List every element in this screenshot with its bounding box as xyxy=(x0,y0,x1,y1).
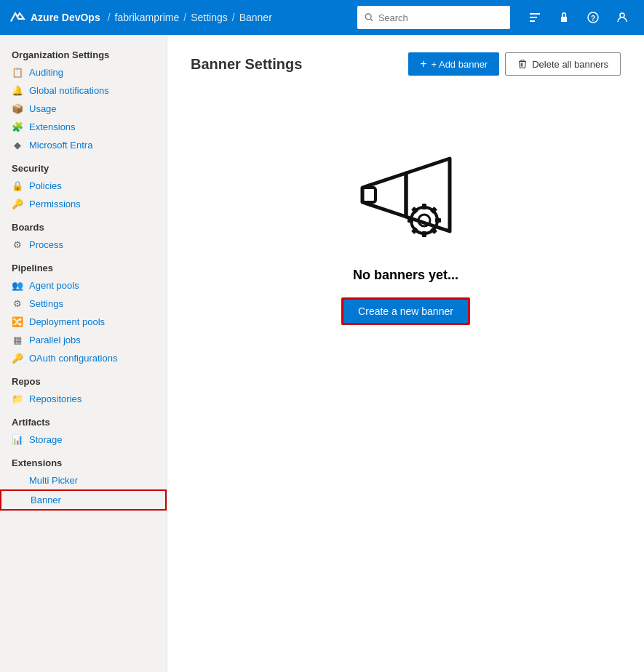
delete-all-banners-button[interactable]: Delete all banners xyxy=(505,52,621,76)
svg-rect-13 xyxy=(422,204,426,209)
svg-rect-2 xyxy=(530,13,540,15)
sidebar-item-extensions[interactable]: 🧩 Extensions xyxy=(0,118,167,136)
settings-icon: ⚙ xyxy=(12,298,23,309)
sidebar-item-policies[interactable]: 🔒 Policies xyxy=(0,177,167,195)
sidebar-item-deployment-pools[interactable]: 🔀 Deployment pools xyxy=(0,313,167,331)
main-header: Banner Settings + + Add banner Delete al… xyxy=(191,52,621,76)
section-extensions-2: Extensions xyxy=(0,449,167,471)
empty-title: No banners yet... xyxy=(353,268,458,283)
sidebar-label-auditing: Auditing xyxy=(29,67,63,78)
lock-icon-button[interactable] xyxy=(551,4,577,31)
process-icon: ⚙ xyxy=(12,239,23,250)
trash-icon xyxy=(517,59,528,69)
user-icon xyxy=(616,11,629,24)
user-icon-button[interactable] xyxy=(609,4,635,31)
sidebar-item-parallel-jobs[interactable]: ▦ Parallel jobs xyxy=(0,331,167,349)
sidebar-item-agent-pools[interactable]: 👥 Agent pools xyxy=(0,276,167,295)
auditing-icon: 📋 xyxy=(12,67,23,78)
empty-illustration xyxy=(348,151,464,253)
svg-rect-4 xyxy=(530,20,535,22)
breadcrumb-fabrikamprime[interactable]: fabrikamprime xyxy=(115,12,180,23)
entra-icon: ◆ xyxy=(12,140,23,151)
svg-rect-10 xyxy=(362,188,375,202)
extensions-icon: 🧩 xyxy=(12,121,23,132)
sidebar-item-microsoft-entra[interactable]: ◆ Microsoft Entra xyxy=(0,136,167,154)
list-icon xyxy=(528,11,541,24)
search-box[interactable] xyxy=(357,6,510,29)
svg-line-1 xyxy=(370,19,373,21)
permissions-icon: 🔑 xyxy=(12,199,23,209)
layout: Organization Settings 📋 Auditing 🔔 Globa… xyxy=(0,35,644,672)
svg-text:?: ? xyxy=(591,15,595,23)
list-icon-button[interactable] xyxy=(522,4,548,31)
sidebar-item-process[interactable]: ⚙ Process xyxy=(0,236,167,254)
sidebar-label-extensions: Extensions xyxy=(29,121,76,132)
sidebar-label-settings: Settings xyxy=(29,298,63,309)
sidebar-item-repositories[interactable]: 📁 Repositories xyxy=(0,390,167,408)
sidebar-label-storage: Storage xyxy=(29,434,63,445)
breadcrumb-settings[interactable]: Settings xyxy=(191,12,228,23)
add-banner-label: + Add banner xyxy=(431,59,488,70)
delete-banners-label: Delete all banners xyxy=(532,59,608,70)
add-banner-plus-icon: + xyxy=(420,57,426,71)
lock-icon xyxy=(557,11,571,24)
topbar: Azure DevOps / fabrikamprime / Settings … xyxy=(0,0,644,35)
page-title: Banner Settings xyxy=(191,56,408,73)
section-security: Security xyxy=(0,154,167,177)
repositories-icon: 📁 xyxy=(12,393,23,404)
sidebar-label-usage: Usage xyxy=(29,103,57,114)
breadcrumb: / fabrikamprime / Settings / Banner xyxy=(106,12,272,23)
sidebar-item-global-notifications[interactable]: 🔔 Global notifications xyxy=(0,81,167,100)
sidebar-label-banner: Banner xyxy=(31,495,61,505)
usage-icon: 📦 xyxy=(12,103,23,114)
topbar-icons: ? xyxy=(522,4,635,31)
app-logo[interactable]: Azure DevOps xyxy=(9,9,100,26)
svg-rect-14 xyxy=(422,231,426,237)
parallel-jobs-icon: ▦ xyxy=(12,335,23,345)
sidebar-item-auditing[interactable]: 📋 Auditing xyxy=(0,63,167,81)
empty-state: No banners yet... Create a new banner xyxy=(191,93,621,354)
policies-icon: 🔒 xyxy=(12,180,23,191)
sidebar-label-global-notifications: Global notifications xyxy=(29,85,109,96)
sidebar-label-oauth-configurations: OAuth configurations xyxy=(29,353,117,364)
svg-rect-15 xyxy=(435,218,441,223)
help-icon: ? xyxy=(587,11,600,24)
search-input[interactable] xyxy=(378,12,503,23)
sidebar-label-deployment-pools: Deployment pools xyxy=(29,316,105,327)
svg-marker-8 xyxy=(362,173,406,217)
create-banner-label: Create a new banner xyxy=(358,305,453,317)
svg-rect-16 xyxy=(408,218,413,223)
sidebar-label-parallel-jobs: Parallel jobs xyxy=(29,335,81,345)
storage-icon: 📊 xyxy=(12,434,23,445)
sidebar-label-process: Process xyxy=(29,239,63,250)
help-icon-button[interactable]: ? xyxy=(580,4,606,31)
sidebar-item-multi-picker[interactable]: Multi Picker xyxy=(0,471,167,489)
breadcrumb-banner[interactable]: Banner xyxy=(239,12,272,23)
section-artifacts: Artifacts xyxy=(0,408,167,431)
sidebar-item-oauth-configurations[interactable]: 🔑 OAuth configurations xyxy=(0,349,167,367)
sidebar-label-repositories: Repositories xyxy=(29,393,82,404)
main-content: Banner Settings + + Add banner Delete al… xyxy=(167,35,644,672)
sidebar-item-permissions[interactable]: 🔑 Permissions xyxy=(0,195,167,213)
sidebar-label-microsoft-entra: Microsoft Entra xyxy=(29,140,92,151)
sidebar: Organization Settings 📋 Auditing 🔔 Globa… xyxy=(0,35,167,672)
sidebar-label-multi-picker: Multi Picker xyxy=(29,475,78,486)
oauth-icon: 🔑 xyxy=(12,353,23,364)
agent-pools-icon: 👥 xyxy=(12,280,23,291)
section-repos: Repos xyxy=(0,367,167,390)
svg-point-7 xyxy=(620,13,624,17)
sidebar-item-banner[interactable]: Banner xyxy=(0,489,167,511)
sidebar-label-policies: Policies xyxy=(29,180,62,191)
search-icon xyxy=(365,12,374,23)
create-new-banner-button[interactable]: Create a new banner xyxy=(341,297,470,325)
app-name: Azure DevOps xyxy=(31,12,100,23)
notifications-icon: 🔔 xyxy=(12,85,23,96)
add-banner-button[interactable]: + + Add banner xyxy=(408,52,499,76)
sidebar-item-usage[interactable]: 📦 Usage xyxy=(0,100,167,118)
section-org-settings: Organization Settings xyxy=(0,41,167,63)
sidebar-label-permissions: Permissions xyxy=(29,199,81,209)
sidebar-item-storage[interactable]: 📊 Storage xyxy=(0,431,167,449)
svg-rect-3 xyxy=(530,17,537,18)
sidebar-item-settings[interactable]: ⚙ Settings xyxy=(0,295,167,313)
section-boards: Boards xyxy=(0,213,167,236)
